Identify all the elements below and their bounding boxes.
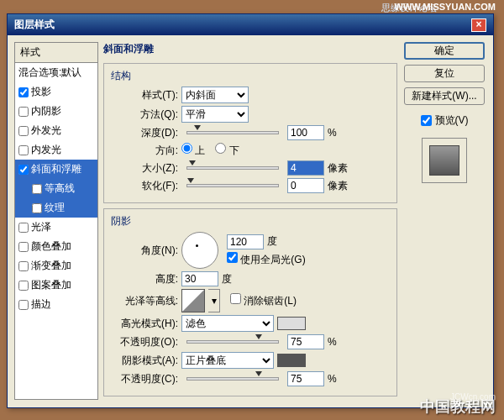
sidebar-item-label: 内发光 (31, 143, 61, 157)
sidebar-item-contour[interactable]: 等高线 (15, 179, 97, 198)
opacity2-input[interactable] (287, 371, 324, 386)
soften-slider[interactable] (186, 184, 279, 187)
sidebar-item-texture[interactable]: 纹理 (15, 198, 97, 218)
shadow-color-swatch[interactable] (277, 354, 306, 367)
sidebar-item-inner-shadow[interactable]: 内阴影 (15, 102, 97, 121)
watermark-small: JCWcn.com (450, 392, 496, 402)
opacity2-label: 不透明度(C): (111, 372, 178, 386)
direction-up[interactable]: 上 (181, 143, 205, 158)
sidebar-item-label: 等高线 (45, 181, 75, 196)
check-drop-shadow[interactable] (18, 87, 29, 97)
global-light[interactable]: 使用全局光(G) (227, 252, 306, 267)
sidebar-item-label: 图案叠加 (31, 278, 71, 292)
sidebar-blend-options[interactable]: 混合选项:默认 (15, 63, 97, 82)
depth-slider[interactable] (186, 131, 279, 134)
check-color-overlay[interactable] (18, 242, 29, 252)
dialog-title: 图层样式 (14, 18, 55, 32)
right-column: 确定 复位 新建样式(W)... 预览(V) (402, 42, 486, 400)
sidebar-item-gradient-overlay[interactable]: 渐变叠加 (15, 256, 97, 276)
check-contour[interactable] (32, 184, 42, 194)
radio-down[interactable] (215, 143, 226, 154)
sidebar-item-label: 外发光 (31, 123, 61, 138)
gloss-dropdown-icon[interactable]: ▾ (208, 289, 220, 312)
structure-fieldset: 结构 样式(T): 内斜面 方法(Q): 平滑 深度(D): % 方向: (103, 63, 397, 203)
sidebar-item-label: 渐变叠加 (31, 259, 71, 273)
method-select[interactable]: 平滑 (181, 106, 249, 123)
highlight-color-swatch[interactable] (277, 317, 306, 330)
opacity2-slider[interactable] (186, 377, 279, 381)
style-select[interactable]: 内斜面 (181, 87, 249, 103)
altitude-label: 高度: (111, 272, 178, 286)
new-style-button[interactable]: 新建样式(W)... (404, 87, 485, 105)
opacity1-slider[interactable] (186, 340, 279, 344)
depth-input[interactable] (287, 125, 324, 140)
direction-down[interactable]: 下 (215, 143, 239, 158)
angle-picker[interactable] (181, 232, 218, 269)
angle-input[interactable] (227, 234, 264, 249)
check-pattern-overlay[interactable] (18, 281, 29, 291)
sidebar-item-inner-glow[interactable]: 内发光 (15, 140, 97, 160)
opacity1-unit: % (328, 336, 353, 348)
titlebar[interactable]: 图层样式 × (8, 14, 493, 35)
header-url: WWW.MISSYUAN.COM (395, 2, 496, 12)
sidebar-item-label: 斜面和浮雕 (31, 162, 81, 176)
shadow-mode-select[interactable]: 正片叠底 (181, 352, 274, 369)
cancel-button[interactable]: 复位 (404, 65, 485, 82)
check-antialias[interactable] (230, 293, 241, 304)
sidebar-item-bevel[interactable]: 斜面和浮雕 (15, 160, 97, 179)
sidebar-item-label: 描边 (31, 297, 51, 312)
sidebar-item-stroke[interactable]: 描边 (15, 295, 97, 314)
check-stroke[interactable] (18, 300, 29, 310)
angle-label: 角度(N): (111, 244, 178, 258)
sidebar-item-label: 投影 (31, 85, 51, 99)
check-preview[interactable] (421, 115, 432, 126)
sidebar-item-pattern-overlay[interactable]: 图案叠加 (15, 276, 97, 295)
highlight-mode-select[interactable]: 滤色 (181, 315, 274, 332)
preview-box (422, 138, 467, 183)
altitude-unit: 度 (222, 272, 247, 286)
gloss-contour-picker[interactable] (181, 289, 205, 312)
sidebar-item-label: 内阴影 (31, 104, 61, 118)
check-gradient-overlay[interactable] (18, 261, 29, 271)
sidebar-item-label: 纹理 (45, 201, 65, 215)
shadow-mode-label: 阴影模式(A): (111, 354, 178, 368)
size-input[interactable] (287, 160, 324, 176)
angle-unit: 度 (267, 234, 292, 249)
direction-label: 方向: (111, 144, 178, 158)
check-bevel[interactable] (18, 165, 29, 175)
shading-fieldset: 阴影 角度(N): 度 使用全局光(G) 高度: 度 (103, 208, 397, 396)
layer-style-dialog: 图层样式 × 样式 混合选项:默认 投影 内阴影 外发光 内发光 斜面和浮雕 等… (7, 13, 494, 408)
sidebar-item-outer-glow[interactable]: 外发光 (15, 121, 97, 140)
ok-button[interactable]: 确定 (404, 42, 485, 60)
size-unit: 像素 (328, 161, 353, 176)
close-icon[interactable]: × (471, 18, 486, 32)
opacity1-input[interactable] (287, 334, 324, 349)
sidebar-header: 样式 (15, 43, 97, 63)
style-label: 样式(T): (111, 88, 178, 102)
sidebar-item-label: 光泽 (31, 220, 51, 234)
size-slider[interactable] (186, 166, 279, 170)
preview-swatch (429, 145, 459, 176)
check-inner-glow[interactable] (18, 145, 29, 155)
sidebar-item-drop-shadow[interactable]: 投影 (15, 82, 97, 102)
check-outer-glow[interactable] (18, 126, 29, 136)
depth-label: 深度(D): (111, 126, 178, 140)
soften-input[interactable] (287, 178, 324, 193)
highlight-mode-label: 高光模式(H): (111, 317, 178, 331)
gloss-label: 光泽等高线: (111, 294, 178, 308)
radio-up[interactable] (181, 143, 192, 154)
check-global-light[interactable] (227, 252, 238, 263)
antialias[interactable]: 消除锯齿(L) (230, 293, 297, 308)
sidebar-item-color-overlay[interactable]: 颜色叠加 (15, 237, 97, 256)
check-satin[interactable] (18, 223, 29, 233)
sidebar-item-satin[interactable]: 光泽 (15, 218, 97, 237)
soften-label: 软化(F): (111, 179, 178, 193)
opacity2-unit: % (328, 373, 353, 385)
preview-label: 预览(V) (435, 113, 469, 128)
check-texture[interactable] (32, 203, 42, 213)
shading-legend: 阴影 (111, 214, 390, 228)
altitude-input[interactable] (181, 271, 218, 286)
main-panel: 斜面和浮雕 结构 样式(T): 内斜面 方法(Q): 平滑 深度(D): % (103, 42, 397, 400)
check-inner-shadow[interactable] (18, 107, 29, 117)
section-title: 斜面和浮雕 (103, 42, 397, 56)
